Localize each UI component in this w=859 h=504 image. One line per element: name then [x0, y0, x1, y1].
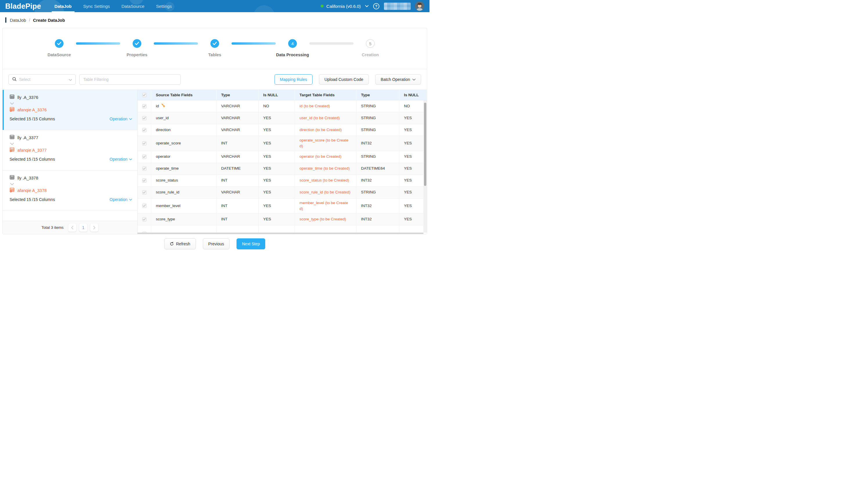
chevron-down-icon[interactable] [365, 5, 368, 7]
mapping-rules-button[interactable]: Mapping Rules [274, 74, 313, 85]
step-number: 4 [288, 39, 297, 48]
next-step-button[interactable]: Next Step [237, 238, 265, 249]
environment-label[interactable]: California (v0.6.0) [327, 4, 361, 9]
target-field-name: operator (to be Created) [295, 151, 356, 163]
source-field-nullable: YES [259, 163, 295, 175]
chevron-down-icon [129, 199, 132, 201]
select-all-checkbox[interactable] [142, 93, 147, 97]
column-header: Type [356, 90, 399, 100]
source-field-nullable: YES [259, 175, 295, 187]
source-field-nullable: YES [259, 151, 295, 163]
svg-text:?: ? [375, 4, 378, 8]
target-field-name: score_rule_id (to be Created) [295, 187, 356, 198]
target-field-name: direction (to be Created) [295, 124, 356, 136]
source-field-type: INT [216, 214, 259, 225]
operation-dropdown[interactable]: Operation [110, 197, 132, 202]
refresh-button[interactable]: Refresh [164, 238, 196, 249]
nav-item-sync-settings[interactable]: Sync Settings [83, 0, 110, 12]
table-row: operate_time DATETIME YES operate_time (… [138, 163, 427, 175]
row-checkbox[interactable] [142, 155, 147, 159]
row-checkbox[interactable] [142, 128, 147, 132]
target-field-name: user_id (to be Created) [295, 112, 356, 124]
target-field-type: STRING [356, 112, 399, 124]
table-pair-item[interactable]: lly .A_3377 afanqie A_3377 Selected 15 /… [3, 130, 137, 171]
table-pair-item[interactable]: lly .A_3376 afanqie A_3376 Selected 15 /… [3, 90, 137, 130]
target-field-type: STRING [356, 100, 399, 112]
table-pair-item[interactable]: lly .A_3378 afanqie A_3378 Selected 15 /… [3, 171, 137, 211]
chevron-down-icon [412, 79, 416, 81]
source-field-type: VARCHAR [216, 112, 259, 124]
target-table-icon [10, 147, 15, 153]
create-datajob-card: DataSource Properties Tables 4 Data Proc… [2, 28, 427, 234]
environment-status-dot [321, 5, 323, 7]
next-page-button[interactable] [90, 224, 99, 232]
source-table-name: lly .A_3376 [17, 95, 38, 100]
pagination: Total 3 items 1 [3, 221, 137, 234]
breadcrumb-parent[interactable]: DataJob [10, 18, 26, 22]
page-title: Create DataJob [33, 18, 65, 22]
row-checkbox[interactable] [142, 104, 147, 108]
scope-select[interactable]: Select [9, 74, 76, 85]
help-icon[interactable]: ? [373, 3, 380, 10]
target-field-nullable: YES [399, 199, 427, 214]
target-field-name: score_status (to be Created) [295, 175, 356, 187]
target-field-type: DATETIME64 [356, 163, 399, 175]
target-field-nullable: YES [399, 214, 427, 225]
table-row: score_status INT YES score_status (to be… [138, 175, 427, 187]
target-field-nullable: YES [399, 136, 427, 151]
avatar[interactable] [415, 1, 424, 11]
mapping-content: lly .A_3376 afanqie A_3376 Selected 15 /… [3, 90, 427, 234]
username-redacted [384, 3, 411, 10]
step-properties: Properties [120, 39, 154, 57]
table-row: operate_score INT YES operate_score (to … [138, 136, 427, 151]
horizontal-scrollbar[interactable] [138, 233, 423, 234]
previous-page-button[interactable] [68, 224, 76, 232]
row-checkbox[interactable] [142, 167, 147, 171]
operation-dropdown[interactable]: Operation [110, 157, 132, 161]
step-connector [154, 42, 198, 45]
previous-button[interactable]: Previous [203, 238, 229, 249]
source-field-type: INT [216, 136, 259, 151]
source-field-nullable: YES [259, 112, 295, 124]
nav-item-datasource[interactable]: DataSource [121, 0, 145, 12]
nav-item-settings[interactable]: Settings [155, 0, 172, 12]
row-checkbox[interactable] [142, 178, 147, 183]
row-checkbox[interactable] [142, 116, 147, 120]
table-filtering-input[interactable] [79, 74, 181, 85]
source-field-name: operate_score [156, 140, 181, 146]
upload-custom-code-button[interactable]: Upload Custom Code [319, 74, 369, 85]
step-number: 5 [366, 39, 375, 48]
chevron-down-icon [69, 77, 72, 82]
nav-menu: DataJob Sync Settings DataSource Setting… [54, 0, 172, 12]
step-tables: Tables [198, 39, 231, 57]
chevron-down-icon[interactable] [10, 183, 132, 185]
selected-columns-label: Selected 15 /15 Columns [10, 116, 55, 121]
vertical-scrollbar-thumb[interactable] [424, 103, 426, 186]
row-checkbox[interactable] [142, 190, 147, 194]
chevron-down-icon[interactable] [10, 143, 132, 145]
source-field-type: VARCHAR [216, 187, 259, 198]
row-checkbox[interactable] [142, 204, 147, 208]
step-datasource: DataSource [42, 39, 76, 57]
source-field-nullable: YES [259, 136, 295, 151]
table-toolbar: Select Mapping Rules Upload Custom Code … [3, 69, 427, 90]
page-number-button[interactable]: 1 [79, 224, 87, 232]
operation-dropdown[interactable]: Operation [110, 116, 132, 121]
column-header: Target Table Fields [295, 90, 356, 100]
search-icon [12, 77, 17, 82]
select-placeholder: Select [19, 77, 66, 82]
source-field-nullable: YES [259, 187, 295, 198]
nav-item-datajob[interactable]: DataJob [54, 0, 72, 12]
step-check-icon [133, 39, 141, 48]
wizard-footer: Refresh Previous Next Step [0, 238, 430, 249]
row-checkbox[interactable] [142, 141, 147, 145]
refresh-icon [170, 242, 174, 246]
batch-operation-button[interactable]: Batch Operation [375, 74, 421, 85]
table-row: user_id VARCHAR YES user_id (to be Creat… [138, 112, 427, 124]
row-checkbox[interactable] [142, 217, 147, 222]
source-field-type: VARCHAR [216, 124, 259, 136]
chevron-down-icon[interactable] [10, 103, 132, 105]
vertical-scrollbar [423, 100, 427, 233]
selected-columns-label: Selected 15 /15 Columns [10, 197, 55, 202]
brand-logo: BladePipe [5, 0, 41, 12]
